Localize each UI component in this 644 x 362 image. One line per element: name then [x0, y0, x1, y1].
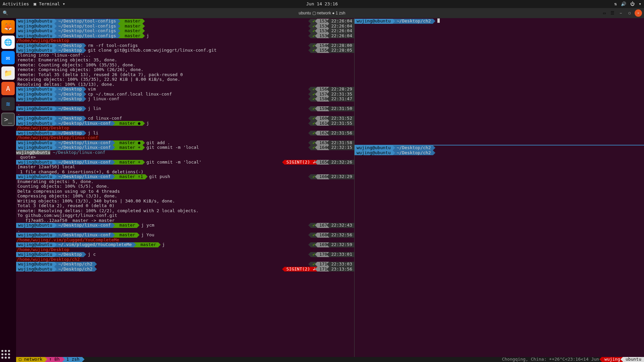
minimize-button[interactable]: — [617, 9, 625, 17]
terminal-line: wujing@ubuntu~/Desktop/linux-conf master… [16, 174, 354, 179]
terminal-line: Delta compression using up to 4 threads [16, 189, 354, 194]
close-button[interactable]: ✕ [635, 9, 642, 17]
terminal-window[interactable]: wujing@ubuntu~/Desktop/tool-configs mast… [16, 18, 644, 362]
prompt-path: ~/Desktop [54, 252, 84, 257]
prompt-path: ~/Desktop/tool-configs [54, 34, 118, 39]
terminal-line: wujing@ubuntu~/Desktop rm -rf tool-confi… [16, 43, 354, 48]
firefox-icon[interactable]: 🦊 [1, 20, 15, 34]
status-uptime: ↑ 8h [45, 357, 62, 362]
prompt-user: wujing@ubuntu [16, 48, 54, 53]
status-time: 22:28:05 [329, 48, 354, 53]
terminal-line: quote> [16, 155, 354, 160]
tmux-statusbar: ▢ network ↑ 8h 1 zsh Chongqing, China: ☀… [16, 357, 644, 362]
prompt-user: wujing@ubuntu [355, 19, 393, 24]
prompt-cmd: git clone git@github.com:wujinggrt/linux… [84, 48, 216, 53]
terminal-line: wujing@ubuntu~/Desktop/linux-conf master… [16, 145, 354, 150]
prompt-path: ~/Desktop/ch2 [54, 267, 95, 272]
prompt-path: ~/Desktop [54, 43, 84, 48]
gnome-topbar: Activities ▣ Terminal ▾ Jun 14 23:16 ⇅ 🔊… [0, 0, 644, 8]
terminal-line: To github.com:wujinggrt/linux-conf.git [16, 213, 354, 218]
terminal-line: remote: Counting objects: 100% (35/35), … [16, 63, 354, 68]
prompt-branch: master [113, 233, 137, 238]
hamburger-icon[interactable]: ☰ [609, 10, 616, 16]
prompt-cmd: git push [145, 174, 170, 179]
terminal-line: Counting objects: 100% (5/5), done. [16, 184, 354, 189]
status-time: 22:32:59 [329, 242, 354, 247]
prompt-path: ~/Desktop/linux-conf [54, 233, 113, 238]
terminal-line: wujing@ubuntu~/Desktop/linux-conf master… [16, 223, 354, 228]
clock[interactable]: Jun 14 23:16 [306, 2, 338, 7]
terminal-line: Writing objects: 100% (3/3), 340 bytes |… [16, 199, 354, 204]
status-time: 22:31:56 [329, 131, 354, 136]
prompt-branch: master ● [113, 140, 142, 145]
terminal-line: Resolving deltas: 100% (13/13), done. [16, 82, 354, 87]
prompt-user: wujing@ubuntu [16, 121, 54, 126]
status-session: ▢ network [16, 357, 45, 362]
prompt-path: ~/Desktop [54, 48, 84, 53]
tmux-pane-right[interactable]: wujing@ubuntu~/Desktop/ch2 wujing@ubuntu… [355, 18, 644, 357]
status-time: 22:31:47 [329, 97, 354, 102]
terminal-line: wujing@ubuntu~/Desktop j li✔16222:31:56 [16, 131, 354, 136]
terminal-line: wujing@ubuntu~/Desktop/linux-conf master… [16, 121, 354, 126]
prompt-path: ~/Desktop/linux-conf [54, 160, 113, 165]
prompt-user: wujing@ubuntu [355, 145, 393, 150]
prompt-user: wujing@ubuntu [16, 174, 54, 179]
maximize-button[interactable]: ▢ [626, 9, 633, 17]
prompt-path: ~/.vim/plugged/YouCompleteMe [54, 242, 134, 247]
terminal-line: wujing@ubuntu~/Desktop j linux-conf✔1582… [16, 97, 354, 102]
thunderbird-icon[interactable]: ✉ [1, 51, 15, 64]
prompt-user: wujing@ubuntu [16, 97, 54, 102]
terminal-line: /home/wujing/Desktop/linux-conf [16, 135, 354, 140]
prompt-path: ~/Desktop/ch2 [393, 19, 433, 24]
prompt-cmd: j linux-conf [84, 97, 119, 102]
prompt-path: ~/Desktop [54, 87, 84, 92]
prompt-cmd: git commit -m 'local [143, 145, 199, 150]
status-time: 22:26:04 [329, 19, 354, 24]
software-icon[interactable]: A [1, 82, 15, 95]
status-time: 22:28:00 [329, 43, 354, 48]
vscode-icon[interactable]: ≋ [1, 97, 15, 111]
terminal-line: wujing@ubuntu~/Desktop/ch2 ✔17122:33:03 [16, 262, 354, 267]
terminal-icon[interactable]: >_ [1, 113, 15, 126]
prompt-path: ~/Desktop/tool-configs [54, 19, 118, 24]
prompt-path: ~/Desktop/linux-conf [54, 140, 113, 145]
search-icon[interactable]: 🔍 [2, 10, 9, 16]
new-tab-icon[interactable]: ▭ [601, 10, 608, 16]
show-apps-icon[interactable] [1, 350, 10, 359]
status-time: 22:28:29 [329, 87, 354, 92]
status-time: 22:31:50 [329, 106, 354, 111]
prompt-user: wujing@ubuntu [16, 223, 54, 228]
prompt-path: ~/Desktop [54, 92, 84, 97]
status-time: 22:26:04 [329, 34, 354, 39]
dropdown-icon[interactable]: ▾ [639, 2, 641, 7]
tmux-pane-right-bottom[interactable]: wujing@ubuntu~/Desktop/ch2 wujing@ubuntu… [355, 145, 644, 155]
terminal-line: wujing@ubuntu~/Desktop/linux-conf master… [16, 140, 354, 145]
prompt-cmd: git add . [143, 140, 170, 145]
chrome-icon[interactable]: 🌐 [1, 36, 15, 49]
status-time: 22:32:29 [329, 174, 354, 179]
files-icon[interactable]: 📁 [1, 66, 15, 80]
terminal-line: wujing@ubuntu~/Desktop/ch2 [355, 145, 644, 150]
dock: 🦊 🌐 ✉ 📁 A ≋ >_ [0, 18, 16, 362]
prompt-path: ~/Desktop/linux-conf [54, 145, 113, 150]
terminal-line: Receiving objects: 100% (35/35), 22.92 K… [16, 77, 354, 82]
terminal-line: wujing@ubuntu~/Desktop j lin✔15922:31:50 [16, 106, 354, 111]
terminal-line: /home/wujing/Desktop/ch2 [16, 257, 354, 262]
terminal-app-menu[interactable]: ▣ Terminal ▾ [34, 2, 65, 7]
terminal-line: /home/wujing/.vim/plugged/YouCompleteMe [16, 238, 354, 243]
activities-button[interactable]: Activities [3, 2, 29, 7]
status-time: 22:32:26 [329, 160, 354, 165]
prompt-path: ~/Desktop/linux-conf [54, 174, 113, 179]
power-icon[interactable]: ⏻ [630, 2, 635, 7]
terminal-line: wujing@ubuntu~/Desktop cd linux-conf✔160… [16, 116, 354, 121]
terminal-line: wujing@ubuntu~/Desktop/tool-configs mast… [16, 24, 354, 29]
prompt-path: ~/Desktop/tool-configs [54, 24, 118, 29]
network-icon[interactable]: ⇅ [614, 2, 617, 7]
prompt-cmd: rm -rf tool-configs [84, 43, 138, 48]
status-time: 23:13:56 [329, 267, 354, 272]
terminal-line: wujing@ubuntu~/Desktop/linux-conf master… [16, 160, 354, 165]
status-time: 22:32:43 [329, 223, 354, 228]
tmux-pane-left[interactable]: wujing@ubuntu~/Desktop/tool-configs mast… [16, 18, 354, 357]
sound-icon[interactable]: 🔊 [621, 2, 626, 7]
terminal-line: . [16, 102, 354, 107]
